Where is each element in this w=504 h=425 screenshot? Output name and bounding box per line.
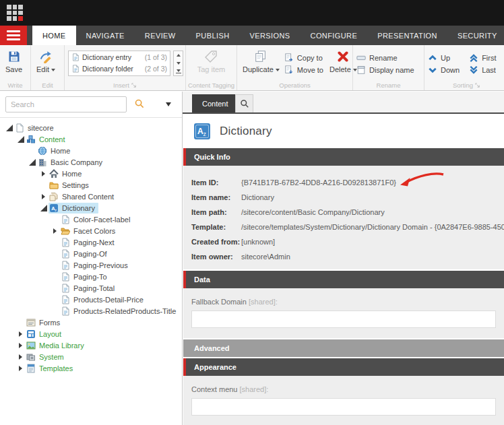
tree-item-paging-to[interactable]: Paging-To — [0, 271, 182, 282]
ribbon-group-edit: Edit Edit — [31, 45, 65, 90]
scroll-up-button[interactable] — [174, 51, 183, 59]
document-lines-icon — [61, 238, 70, 247]
collapse-icon[interactable] — [28, 158, 36, 166]
expand-icon[interactable] — [17, 330, 24, 337]
tree-item-facet-colors[interactable]: Facet Colors — [0, 225, 182, 236]
section-header-appearance[interactable]: Appearance — [183, 358, 504, 376]
tree-item-home[interactable]: Home — [0, 168, 182, 179]
edit-button[interactable]: Edit — [34, 48, 57, 73]
insert-options-list: Dictionary entry(1 of 3)Dictionary folde… — [68, 51, 170, 76]
sort-up-button[interactable]: Up — [428, 53, 460, 63]
tree-item-label: Products-RelatedProducts-Title — [73, 307, 176, 315]
tree-item-label: Color-Facet-label — [73, 216, 130, 224]
menu-button[interactable] — [0, 26, 27, 45]
tree-item-system[interactable]: System — [0, 351, 182, 362]
ribbon-tab-presentation[interactable]: PRESENTATION — [367, 26, 447, 45]
sort-last-button[interactable]: Last — [469, 65, 496, 75]
delete-x-icon — [336, 50, 350, 63]
insert-option-dictionary-folder[interactable]: Dictionary folder(2 of 3) — [69, 63, 170, 74]
tree-item-color-facet-label[interactable]: Color-Facet-label — [0, 214, 182, 225]
tree-item-templates[interactable]: Templates — [0, 362, 182, 374]
collapse-icon[interactable] — [5, 124, 13, 131]
tree-item-label: Dictionary — [62, 204, 95, 212]
section-header-quick-info[interactable]: Quick Info — [183, 148, 504, 166]
quick-info-value: /sitecore/content/Basic Company/Dictiona… — [241, 208, 385, 216]
search-options-caret-icon[interactable] — [166, 102, 171, 106]
duplicate-button[interactable]: Duplicate — [241, 48, 282, 73]
triangle-down-icon — [177, 62, 181, 65]
rename-button[interactable]: Rename — [356, 53, 414, 63]
tree-item-products-detail-price[interactable]: Products-Detail-Price — [0, 294, 182, 305]
insert-list-scroller — [173, 51, 183, 76]
scroll-down-button[interactable] — [174, 59, 183, 67]
tree-item-home[interactable]: Home — [0, 145, 182, 156]
ribbon-tab-navigate[interactable]: NAVIGATE — [76, 26, 135, 45]
ribbon-tab-publish[interactable]: PUBLISH — [186, 26, 240, 45]
sort-down-button[interactable]: Down — [428, 65, 460, 75]
group-label-edit: Edit — [31, 81, 64, 89]
tree-item-shared-content[interactable]: Shared Content — [0, 191, 182, 202]
tree-item-paging-next[interactable]: Paging-Next — [0, 236, 182, 248]
collapse-icon[interactable] — [40, 204, 47, 211]
tree-item-paging-total[interactable]: Paging-Total — [0, 282, 182, 294]
content-tree-panel: sitecoreContentHomeBasic CompanyHomeSett… — [0, 92, 182, 425]
document-icon — [15, 123, 24, 133]
expand-icon[interactable] — [17, 353, 24, 360]
ribbon-tab-home[interactable]: HOME — [32, 26, 76, 45]
context-menu-input[interactable] — [191, 398, 496, 416]
section-header-advanced[interactable]: Advanced — [183, 339, 504, 357]
tree-item-label: Home — [51, 147, 70, 155]
move-to-button[interactable]: Move to — [284, 65, 323, 75]
ribbon-tab-strip: HOMENAVIGATEREVIEWPUBLISHVERSIONSCONFIGU… — [0, 26, 504, 45]
content-tree: sitecoreContentHomeBasic CompanyHomeSett… — [0, 118, 182, 374]
tab-content[interactable]: Content — [192, 94, 239, 112]
tree-item-paging-previous[interactable]: Paging-Previous — [0, 259, 182, 271]
tree-item-media-library[interactable]: Media Library — [0, 339, 182, 351]
expand-icon[interactable] — [17, 341, 24, 349]
expand-icon[interactable] — [40, 170, 47, 177]
save-button[interactable]: Save — [3, 48, 24, 73]
collapse-icon[interactable] — [17, 135, 24, 143]
insert-option-dictionary-entry[interactable]: Dictionary entry(1 of 3) — [69, 51, 170, 63]
display-name-icon — [356, 65, 366, 75]
section-header-data[interactable]: Data — [183, 271, 504, 288]
ribbon-tabs: HOMENAVIGATEREVIEWPUBLISHVERSIONSCONFIGU… — [27, 26, 504, 45]
expand-icon[interactable] — [51, 227, 59, 234]
search-input[interactable] — [5, 96, 127, 112]
section-advanced: Advanced — [183, 339, 504, 357]
tag-item-button[interactable]: Tag item — [195, 48, 228, 73]
tree-item-content[interactable]: Content — [0, 133, 182, 145]
document-lines-icon — [61, 215, 70, 224]
ribbon-tab-versions[interactable]: VERSIONS — [239, 26, 300, 45]
tree-item-products-relatedproducts-title[interactable]: Products-RelatedProducts-Title — [0, 305, 182, 317]
display-name-button[interactable]: Display name — [356, 65, 414, 75]
tree-item-forms[interactable]: Forms — [0, 317, 182, 328]
tree-item-paging-of[interactable]: Paging-Of — [0, 248, 182, 259]
ribbon-tab-configure[interactable]: CONFIGURE — [301, 26, 368, 45]
tree-item-basic-company[interactable]: Basic Company — [0, 156, 182, 168]
tree-item-settings[interactable]: Settings — [0, 179, 182, 191]
fallback-domain-input[interactable] — [191, 310, 496, 328]
expand-icon[interactable] — [17, 364, 24, 372]
search-icon — [134, 98, 145, 109]
tree-item-sitecore[interactable]: sitecore — [0, 122, 182, 133]
document-lines-icon — [61, 261, 70, 270]
tree-item-label: Paging-Total — [73, 284, 115, 292]
search-button[interactable] — [132, 98, 147, 111]
tree-item-dictionary[interactable]: AzDictionary — [0, 202, 182, 214]
editor-search-button[interactable] — [235, 94, 253, 112]
quick-info-label: Item ID: — [191, 178, 241, 187]
sitecore-logo-icon[interactable] — [7, 5, 23, 21]
ribbon-group-content-tagging: Tag item Content Tagging — [186, 45, 237, 90]
scroll-more-button[interactable] — [174, 67, 183, 75]
move-to-icon — [284, 65, 294, 75]
quick-info-value: Dictionary — [241, 193, 274, 201]
ribbon-tab-security[interactable]: SECURITY — [447, 26, 504, 45]
sort-first-button[interactable]: First — [469, 53, 496, 63]
copy-to-button[interactable]: Copy to — [284, 53, 323, 63]
expand-icon[interactable] — [40, 193, 47, 200]
tree-item-layout[interactable]: Layout — [0, 328, 182, 339]
annotation-arrow-icon — [396, 174, 445, 191]
ribbon-tab-review[interactable]: REVIEW — [135, 26, 186, 45]
double-chevron-up-icon — [469, 53, 478, 63]
